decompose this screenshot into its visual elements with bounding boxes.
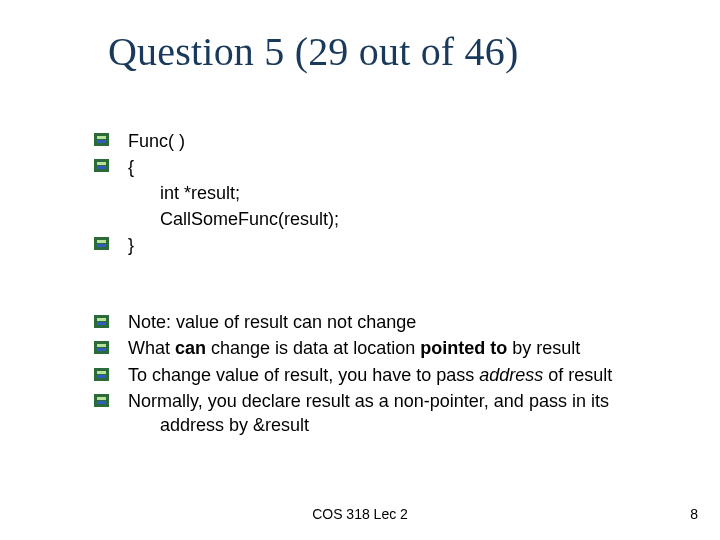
code-line: } <box>128 232 628 258</box>
code-text: Func( ) <box>128 131 185 151</box>
code-text: CallSomeFunc(result); <box>160 209 339 229</box>
svg-rect-20 <box>97 401 106 404</box>
svg-rect-8 <box>97 244 106 247</box>
svg-rect-11 <box>97 322 106 325</box>
t: To change value of result, you have to p… <box>128 365 479 385</box>
svg-rect-7 <box>97 240 106 243</box>
t: change is data at location <box>206 338 420 358</box>
note-text: To change value of result, you have to p… <box>128 363 618 387</box>
note-row: Normally, you declare result as a non-po… <box>128 389 618 438</box>
slide-title: Question 5 (29 out of 46) <box>108 28 519 75</box>
code-line: CallSomeFunc(result); <box>128 206 628 232</box>
bullet-icon <box>94 315 109 328</box>
svg-rect-18 <box>94 394 109 407</box>
code-line: { <box>128 154 628 180</box>
svg-rect-4 <box>97 162 106 165</box>
svg-rect-10 <box>97 318 106 321</box>
notes-block: Note: value of result can not change Wha… <box>128 310 618 439</box>
code-block: Func( ) { int *result; CallSomeFunc(resu… <box>128 128 628 258</box>
t-italic: address <box>479 365 543 385</box>
note-text: address by &result <box>128 413 618 437</box>
t: by result <box>507 338 580 358</box>
svg-rect-1 <box>97 136 106 139</box>
svg-rect-3 <box>94 159 109 172</box>
slide: Question 5 (29 out of 46) Func( ) { int … <box>0 0 720 540</box>
svg-rect-16 <box>97 371 106 374</box>
footer-center: COS 318 Lec 2 <box>0 506 720 522</box>
bullet-icon <box>94 394 109 407</box>
svg-rect-0 <box>94 133 109 146</box>
bullet-icon <box>94 133 109 146</box>
bullet-icon <box>94 341 109 354</box>
code-text: } <box>128 235 134 255</box>
code-text: { <box>128 157 134 177</box>
code-line: int *result; <box>128 180 628 206</box>
bullet-icon <box>94 368 109 381</box>
svg-rect-14 <box>97 348 106 351</box>
t: What <box>128 338 175 358</box>
svg-rect-12 <box>94 341 109 354</box>
svg-rect-19 <box>97 397 106 400</box>
code-line: Func( ) <box>128 128 628 154</box>
page-number: 8 <box>690 506 698 522</box>
note-text: What can change is data at location poin… <box>128 336 618 360</box>
t-bold: pointed to <box>420 338 507 358</box>
svg-rect-13 <box>97 344 106 347</box>
svg-rect-6 <box>94 237 109 250</box>
svg-rect-5 <box>97 166 106 169</box>
note-text: Normally, you declare result as a non-po… <box>128 389 618 413</box>
note-text: Note: value of result can not change <box>128 310 618 334</box>
bullet-icon <box>94 237 109 250</box>
note-row: What can change is data at location poin… <box>128 336 618 360</box>
bullet-icon <box>94 159 109 172</box>
t-bold: can <box>175 338 206 358</box>
note-row: To change value of result, you have to p… <box>128 363 618 387</box>
svg-rect-9 <box>94 315 109 328</box>
svg-rect-15 <box>94 368 109 381</box>
code-text: int *result; <box>160 183 240 203</box>
t: of result <box>543 365 612 385</box>
note-row: Note: value of result can not change <box>128 310 618 334</box>
svg-rect-17 <box>97 375 106 378</box>
svg-rect-2 <box>97 140 106 143</box>
